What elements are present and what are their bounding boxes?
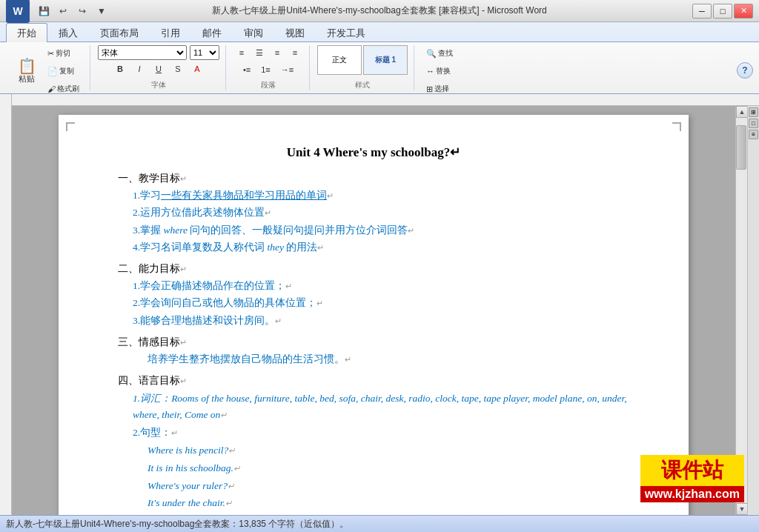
section-3-item-1: 培养学生整齐地摆放自己物品的生活习惯。↵	[148, 352, 629, 367]
ribbon-tabs: 开始 插入 页面布局 引用 邮件 审阅 视图 开发工具	[0, 22, 759, 41]
minimize-button[interactable]: ─	[692, 4, 712, 19]
page-scroll-area: Unit 4 Where's my schoolbag?↵ 一、教学目标↵ 1.…	[12, 106, 759, 515]
tab-page-layout[interactable]: 页面布局	[89, 23, 150, 42]
cut-icon: ✂	[47, 49, 54, 59]
bullet-list-button[interactable]: •≡	[239, 62, 255, 77]
tab-mailings[interactable]: 邮件	[191, 23, 233, 42]
scroll-thumb[interactable]	[736, 125, 746, 170]
status-text: 新人教-七年级上册Unit4-Where's-my-schoolbag全套教案：…	[6, 518, 348, 531]
find-button[interactable]: 🔍 查找	[422, 45, 459, 61]
section-2-item-2: 2.学会询问自己或他人物品的具体位置；↵	[133, 296, 629, 310]
section-1-item-4: 4.学习名词单复数及人称代词 they 的用法↵	[133, 240, 629, 255]
font-color-button[interactable]: A	[188, 61, 206, 76]
help-button[interactable]: ?	[737, 62, 753, 79]
section-4-sentence-type: 2.句型：↵	[133, 425, 629, 440]
view-btn-1[interactable]: ⊞	[749, 107, 758, 117]
font-size-select[interactable]: 11	[190, 45, 219, 60]
style-heading1[interactable]: 标题 1	[363, 45, 408, 75]
save-button[interactable]: 💾	[36, 3, 52, 19]
document-area: Unit 4 Where's my schoolbag?↵ 一、教学目标↵ 1.…	[12, 94, 759, 515]
section-1-heading: 一、教学目标↵	[118, 172, 629, 185]
view-btn-2[interactable]: □	[749, 119, 758, 128]
redo-button[interactable]: ↪	[74, 3, 90, 19]
scroll-track	[736, 118, 747, 503]
numbered-list-button[interactable]: 1≡	[256, 62, 275, 77]
watermark-bottom: www.kjzhan.com	[640, 486, 744, 502]
app-icon: W	[6, 0, 30, 23]
font-group: 宋体 11 B I U S A 字体	[92, 45, 226, 90]
title-bar-left: W 💾 ↩ ↪ ▼	[6, 0, 110, 23]
cut-label: 剪切	[56, 48, 70, 59]
section-4-vocab: 1.词汇：Rooms of the house, furniture, tabl…	[133, 390, 629, 422]
customize-button[interactable]: ▼	[93, 3, 110, 19]
section-2-heading: 二、能力目标↵	[118, 262, 629, 276]
window-controls: ─ □ ✕	[692, 4, 753, 19]
window-title: 新人教-七年级上册Unit4-Where's-my-schoolbag全套教案 …	[0, 4, 759, 17]
paragraph-group: ≡ ☰ ≡ ≡ •≡ 1≡ →≡ 段落	[228, 45, 310, 90]
paste-button[interactable]: 📋 粘贴	[12, 56, 42, 87]
section-1-item-2: 2.运用方位借此表述物体位置↵	[133, 205, 629, 220]
paste-icon: 📋	[18, 59, 36, 73]
watermark: 课件站 www.kjzhan.com	[640, 455, 744, 502]
clipboard-group: 📋 粘贴 ✂剪切 📄复制 🖌格式刷 剪贴板	[6, 45, 90, 90]
ribbon-content: 📋 粘贴 ✂剪切 📄复制 🖌格式刷 剪贴板	[0, 41, 759, 93]
font-label: 字体	[151, 79, 166, 90]
underline-button[interactable]: U	[150, 61, 168, 76]
copy-label: 复制	[59, 66, 74, 76]
vertical-scrollbar[interactable]: ▲ ▼	[735, 106, 747, 515]
vertical-ruler	[0, 94, 12, 515]
editing-group: 🔍 查找 ↔ 替换 ⊞ 选择 编辑	[416, 45, 465, 90]
status-bar: 新人教-七年级上册Unit4-Where's-my-schoolbag全套教案：…	[0, 515, 759, 532]
page-wrapper[interactable]: Unit 4 Where's my schoolbag?↵ 一、教学目标↵ 1.…	[12, 106, 735, 515]
format-painter-icon: 🖌	[47, 84, 56, 93]
paste-label: 粘贴	[19, 73, 35, 84]
ribbon: 开始 插入 页面布局 引用 邮件 审阅 视图 开发工具 📋 粘贴 ✂剪切 📄复制	[0, 22, 759, 94]
sentence-1: Where is his pencil?↵	[148, 442, 629, 459]
font-family-select[interactable]: 宋体	[98, 45, 187, 60]
restore-button[interactable]: □	[713, 4, 732, 19]
sentence-4: It's under the chair.↵	[148, 495, 629, 511]
sentence-2: It is in his schoolbag.↵	[148, 460, 629, 476]
document-title: Unit 4 Where's my schoolbag?↵	[118, 144, 629, 160]
bold-button[interactable]: B	[111, 61, 129, 76]
tab-insert[interactable]: 插入	[47, 23, 89, 42]
tab-review[interactable]: 审阅	[233, 23, 274, 42]
justify-button[interactable]: ≡	[287, 45, 303, 61]
section-3-heading: 三、情感目标↵	[118, 336, 629, 349]
sentence-5: Where are my books?↵	[148, 513, 629, 515]
style-normal[interactable]: 正文	[317, 45, 362, 75]
sentence-3: Where's your ruler?↵	[148, 478, 629, 494]
italic-button[interactable]: I	[130, 61, 148, 76]
copy-icon: 📄	[47, 67, 58, 76]
section-2-item-3: 3.能够合理地描述和设计房间。↵	[133, 313, 629, 328]
view-btn-3[interactable]: ≡	[749, 130, 758, 139]
tab-references[interactable]: 引用	[150, 23, 191, 42]
clipboard-buttons: 📋 粘贴 ✂剪切 📄复制 🖌格式刷	[12, 45, 84, 97]
align-center-button[interactable]: ☰	[251, 45, 268, 61]
scroll-up-button[interactable]: ▲	[736, 106, 748, 118]
tab-developer[interactable]: 开发工具	[316, 23, 377, 42]
tab-view[interactable]: 视图	[274, 23, 316, 42]
horizontal-ruler	[12, 94, 759, 106]
title-bar: W 💾 ↩ ↪ ▼ 新人教-七年级上册Unit4-Where's-my-scho…	[0, 0, 759, 22]
align-right-button[interactable]: ≡	[269, 45, 285, 61]
main-area: Unit 4 Where's my schoolbag?↵ 一、教学目标↵ 1.…	[0, 94, 759, 515]
section-1-item-3: 3.掌握 where 问句的回答、一般疑问句提问并用方位介词回答↵	[133, 223, 629, 238]
tab-home[interactable]: 开始	[6, 23, 47, 42]
strikethrough-button[interactable]: S	[169, 61, 187, 76]
close-button[interactable]: ✕	[734, 4, 753, 19]
align-left-button[interactable]: ≡	[233, 45, 250, 61]
section-2-item-1: 1.学会正确描述物品作在的位置；↵	[133, 279, 629, 293]
replace-button[interactable]: ↔ 替换	[422, 63, 459, 79]
cut-button[interactable]: ✂剪切	[43, 45, 84, 61]
indent-button[interactable]: →≡	[276, 62, 298, 77]
watermark-top: 课件站	[640, 455, 744, 486]
paragraph-label: 段落	[261, 79, 276, 90]
scroll-down-button[interactable]: ▼	[736, 503, 748, 515]
styles-group: 正文 标题 1 样式	[311, 45, 414, 90]
document-page: Unit 4 Where's my schoolbag?↵ 一、教学目标↵ 1.…	[59, 115, 689, 515]
section-4-heading: 四、语言目标↵	[118, 374, 629, 388]
page-corner-tl	[66, 122, 75, 131]
copy-button[interactable]: 📄复制	[43, 63, 84, 79]
undo-button[interactable]: ↩	[55, 3, 71, 19]
